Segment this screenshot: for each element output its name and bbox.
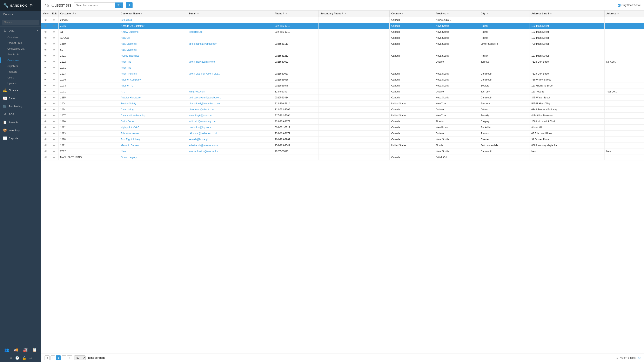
customer-name-cell[interactable]: Johnston Homes: [119, 131, 187, 137]
customer-name-cell[interactable]: Another TC: [119, 83, 187, 89]
next-page-button[interactable]: ›: [62, 356, 66, 360]
prev-page-button[interactable]: ‹: [50, 356, 55, 360]
clock-icon[interactable]: 🕐: [15, 356, 20, 360]
view-icon[interactable]: 👁: [44, 42, 47, 45]
customer-name-cell[interactable]: Clear cut Landscaping: [119, 113, 187, 119]
customer-name-cell[interactable]: 32423423: [119, 17, 187, 23]
exit-icon[interactable]: ➡: [29, 356, 32, 360]
edit-icon[interactable]: ✏: [53, 60, 56, 63]
view-cell[interactable]: 👁: [41, 149, 50, 155]
edit-cell[interactable]: ✏: [50, 59, 58, 65]
email-cell[interactable]: echatterisb@amazonaws.c...: [187, 143, 273, 149]
view-icon[interactable]: 👁: [44, 126, 47, 129]
customer-name-cell-link[interactable]: Just Right Joinery: [121, 138, 140, 141]
view-icon[interactable]: 👁: [44, 30, 47, 33]
view-cell[interactable]: 👁: [41, 65, 50, 71]
add-customer-button[interactable]: +: [126, 2, 132, 8]
edit-cell[interactable]: ✏: [50, 143, 58, 149]
sidebar-item-product-files[interactable]: Product Files: [0, 40, 41, 46]
email-cell[interactable]: ckindonc@webeden.co.uk: [187, 131, 273, 137]
customer-name-cell-link[interactable]: Acorn Plus Inc: [121, 72, 137, 75]
customer-name-cell-link[interactable]: Dicks Decks: [121, 120, 134, 123]
col-email[interactable]: E-mail ▼: [187, 10, 273, 17]
search-button[interactable]: 🔍: [115, 2, 123, 8]
sidebar-item-projects[interactable]: 📋 Projects ›: [0, 118, 41, 126]
search-input[interactable]: [74, 2, 115, 8]
email-cell[interactable]: acorn-plus-inc@acorn-plus...: [187, 71, 273, 77]
edit-icon[interactable]: ✏: [53, 96, 56, 99]
filter-country-icon[interactable]: ▼: [402, 12, 404, 15]
customer-name-cell-link[interactable]: 32423423: [121, 18, 132, 21]
customer-name-cell[interactable]: ACME Industries: [119, 53, 187, 59]
edit-icon[interactable]: ✏: [53, 102, 56, 105]
customer-name-cell-link[interactable]: A Made Up Customer: [121, 24, 144, 27]
edit-cell[interactable]: ✏: [50, 83, 58, 89]
view-cell[interactable]: 👁: [41, 101, 50, 107]
customer-name-cell-link[interactable]: ABC Electrical: [121, 48, 137, 51]
customer-name-cell[interactable]: New: [119, 149, 187, 155]
view-icon[interactable]: 👁: [44, 102, 47, 105]
edit-cell[interactable]: ✏: [50, 23, 58, 29]
email-cell-link[interactable]: eallcockf@samsung.com: [189, 120, 216, 123]
view-cell[interactable]: 👁: [41, 59, 50, 65]
sidebar-item-sales[interactable]: 📈 Sales ›: [0, 94, 41, 102]
view-cell[interactable]: 👁: [41, 17, 50, 23]
customer-name-cell-link[interactable]: Acorn Inc: [121, 66, 131, 69]
edit-cell[interactable]: ✏: [50, 89, 58, 95]
email-cell[interactable]: test@test.cx: [187, 29, 273, 35]
sidebar-item-people-list[interactable]: People List: [0, 52, 41, 57]
view-icon[interactable]: 👁: [44, 120, 47, 123]
items-per-page-select[interactable]: 25 50 100 200: [74, 356, 86, 360]
view-icon[interactable]: 👁: [44, 90, 47, 93]
edit-cell[interactable]: ✏: [50, 29, 58, 35]
edit-icon[interactable]: ✏: [53, 48, 56, 51]
view-cell[interactable]: 👁: [41, 137, 50, 143]
customer-name-cell[interactable]: A Made Up Customer: [119, 23, 187, 29]
sidebar-item-purchasing[interactable]: 🛒 Purchasing ›: [0, 102, 41, 110]
filter-email-icon[interactable]: ▼: [197, 12, 199, 15]
view-cell[interactable]: 👁: [41, 77, 50, 83]
edit-icon[interactable]: ✏: [53, 114, 56, 117]
lock-icon[interactable]: 🔒: [22, 356, 26, 360]
customer-name-cell[interactable]: Acorn Inc: [119, 59, 187, 65]
customer-name-cell-link[interactable]: ACME Industries: [121, 54, 139, 57]
edit-cell[interactable]: ✏: [50, 53, 58, 59]
view-icon[interactable]: 👁: [44, 138, 47, 141]
edit-icon[interactable]: ✏: [53, 42, 56, 45]
edit-cell[interactable]: ✏: [50, 119, 58, 125]
email-cell-link[interactable]: aeytelh@home.pl: [189, 138, 208, 141]
customer-name-cell-link[interactable]: Boston Safety: [121, 102, 136, 105]
col-customer-name[interactable]: Customer Name ▼: [119, 10, 187, 17]
view-icon[interactable]: 👁: [44, 24, 47, 28]
view-icon[interactable]: 👁: [44, 48, 47, 51]
edit-icon[interactable]: ✏: [53, 120, 56, 123]
sidebar-item-products[interactable]: Products: [0, 69, 41, 75]
sidebar-user[interactable]: Demo ▾: [0, 11, 41, 18]
view-icon[interactable]: 👁: [44, 84, 47, 87]
customer-name-cell[interactable]: Dicks Decks: [119, 119, 187, 125]
edit-icon[interactable]: ✏: [53, 30, 56, 33]
factory-icon[interactable]: 🏭: [23, 348, 28, 352]
filter-customer-name-icon[interactable]: ▼: [140, 12, 143, 15]
first-page-button[interactable]: «: [44, 356, 50, 360]
view-cell[interactable]: 👁: [41, 29, 50, 35]
edit-icon[interactable]: ✏: [53, 132, 56, 135]
view-cell[interactable]: 👁: [41, 35, 50, 41]
customer-name-cell[interactable]: Just Right Joinery: [119, 137, 187, 143]
edit-cell[interactable]: ✏: [50, 101, 58, 107]
email-cell-link[interactable]: oharsnipe3@bloomberg.com: [189, 102, 220, 105]
email-cell[interactable]: twst@test.com: [187, 89, 273, 95]
customer-name-cell[interactable]: Masonic Cement: [119, 143, 187, 149]
settings-icon[interactable]: ⚙: [10, 356, 12, 360]
col-address1[interactable]: Address Line 1 ▼: [530, 10, 604, 17]
email-cell-link[interactable]: test@test.cx: [189, 30, 202, 33]
customer-name-cell-link[interactable]: New: [121, 150, 126, 153]
col-phone[interactable]: Phone # ▼: [273, 10, 319, 17]
col-country[interactable]: Country ▼: [390, 10, 434, 17]
view-icon[interactable]: 👁: [44, 54, 47, 57]
customer-name-cell[interactable]: ABC Electrical: [119, 47, 187, 53]
email-cell[interactable]: wmaultby6@ask.com: [187, 113, 273, 119]
view-icon[interactable]: 👁: [44, 60, 47, 63]
edit-cell[interactable]: ✏: [50, 155, 58, 161]
filter-city-icon[interactable]: ▼: [486, 12, 488, 15]
